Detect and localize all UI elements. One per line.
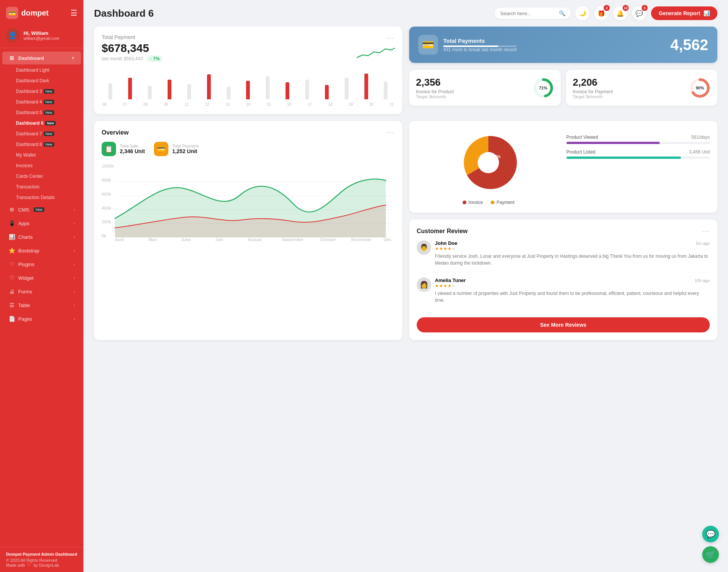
product-listed-progress — [566, 157, 710, 159]
sidebar-item-plugins[interactable]: ♡ Plugins › — [2, 258, 81, 271]
svg-text:200k: 200k — [102, 220, 111, 224]
moon-icon: 🌙 — [579, 10, 586, 17]
sidebar-item-transaction-details[interactable]: Transaction Details — [2, 192, 81, 203]
bar-11 — [187, 84, 191, 99]
sidebar-item-dashboard-5[interactable]: Dashboard 5 New — [2, 107, 81, 118]
invoice-row: 2,356 Invoice for Product Target 3k/mont… — [409, 70, 717, 106]
svg-text:June: June — [181, 238, 191, 241]
hamburger-button[interactable]: ☰ — [71, 8, 77, 17]
see-more-reviews-button[interactable]: See More Reviews — [417, 317, 710, 332]
sidebar-logo[interactable]: 💳 dompet — [6, 7, 49, 19]
bar-group-08 — [141, 86, 159, 99]
sidebar-item-dashboard-3[interactable]: Dashboard 3 New — [2, 86, 81, 97]
sidebar-item-dashboard[interactable]: ⊞ Dashboard ▼ — [2, 52, 81, 64]
bar-label-21: 21 — [390, 102, 394, 107]
svg-text:800k: 800k — [102, 178, 111, 182]
reviewer-2-content: Amelia Tuner 10h ago ★★★★★ I viewed a nu… — [435, 277, 710, 304]
trend-pct: 7% — [153, 56, 160, 61]
invoice-payment-count: 2,206 — [573, 77, 613, 88]
sidebar-item-cms[interactable]: ⚙ CMS New › — [2, 203, 81, 216]
total-payment-stat-icon: 💳 — [154, 142, 168, 156]
sidebar-item-dashboard-light[interactable]: Dashboard Light — [2, 65, 81, 75]
review-menu-button[interactable]: ··· — [702, 227, 710, 235]
sidebar-item-dashboard-4[interactable]: Dashboard 4 New — [2, 97, 81, 107]
bar-group-18 — [318, 85, 336, 99]
sparkline-chart — [357, 44, 395, 60]
svg-text:Dec.: Dec. — [383, 238, 392, 241]
bar-label-20: 20 — [369, 102, 373, 107]
sidebar-item-transaction[interactable]: Transaction — [2, 182, 81, 192]
svg-text:400k: 400k — [102, 206, 111, 210]
sidebar-item-dashboard-6[interactable]: Dashboard 6 New — [2, 118, 81, 129]
sidebar-item-widget[interactable]: ♡ Widget › — [2, 271, 81, 284]
bar-13 — [227, 87, 231, 99]
sidebar-item-pages[interactable]: 📄 Pages › — [2, 312, 81, 325]
sidebar-user: 👤 Hi, William william@gmail.com — [0, 24, 83, 48]
sidebar-item-apps[interactable]: 📱 Apps › — [2, 217, 81, 230]
chat-button[interactable]: 💬 5 — [632, 6, 646, 20]
sidebar-item-bootstrap[interactable]: ⭐ Bootstrap › — [2, 244, 81, 257]
bar-label-19: 19 — [349, 102, 353, 107]
product-listed-header: Product Listed 3,456 Unit — [566, 149, 710, 155]
sidebar-item-forms[interactable]: 🖨 Forms › — [2, 285, 81, 298]
sidebar-item-dashboard-dark[interactable]: Dashboard Dark — [2, 75, 81, 86]
bar-label-08: 08 — [143, 102, 147, 107]
chevron-right-icon: › — [74, 289, 75, 294]
right-column: 💳 Total Payments 431 more to break last … — [409, 27, 717, 114]
new-badge: New — [44, 100, 54, 104]
see-more-label: See More Reviews — [540, 322, 586, 328]
gift-button[interactable]: 🎁 2 — [594, 6, 609, 20]
invoice-product-pct: 71% — [539, 86, 547, 90]
svg-text:November: November — [351, 238, 372, 241]
topbar-right: 🔍 🌙 🎁 2 🔔 12 💬 5 Generate Report 📊 — [495, 6, 717, 20]
bar-07 — [128, 78, 132, 99]
bell-icon: 🔔 — [617, 10, 624, 17]
heart-icon: ❤️ — [27, 563, 32, 567]
notification-button[interactable]: 🔔 12 — [613, 6, 628, 20]
theme-toggle-button[interactable]: 🌙 — [575, 6, 590, 20]
card-menu-button[interactable]: ··· — [387, 34, 395, 42]
chevron-right-icon: › — [74, 248, 75, 253]
blue-card-title: Total Payments — [443, 38, 516, 44]
total-sale-icon: 📋 — [102, 142, 116, 156]
reviewer-2-avatar: 👩 — [417, 277, 431, 292]
invoice-payment-pct: 90% — [696, 86, 704, 90]
overview-menu-button[interactable]: ··· — [387, 129, 395, 136]
bar-group-21 — [377, 81, 395, 99]
reviewer-2-stars: ★★★★★ — [435, 283, 710, 288]
cart-float-button[interactable]: 🛒 — [702, 546, 719, 563]
bar-chart: 060708091112131415161718192021 — [102, 69, 395, 107]
user-info: Hi, William william@gmail.com — [24, 30, 59, 41]
search-input[interactable] — [500, 11, 556, 16]
blue-card-value: 4,562 — [670, 36, 708, 53]
overview-header: Overview ··· — [102, 129, 395, 136]
bar-label-06: 06 — [102, 102, 107, 107]
blue-card-info: Total Payments 431 more to break last mo… — [443, 38, 516, 52]
cms-icon: ⚙ — [8, 207, 15, 213]
bar-20 — [364, 74, 368, 99]
generate-report-button[interactable]: Generate Report 📊 — [651, 6, 717, 20]
sidebar-item-my-wallet[interactable]: My Wallet — [2, 150, 81, 160]
product-viewed-label: Product Viewed — [566, 135, 598, 140]
new-badge: New — [44, 142, 54, 147]
sidebar-item-table[interactable]: ☰ Table › — [2, 299, 81, 312]
svg-text:September: September — [282, 238, 304, 241]
bar-group-06 — [102, 83, 119, 100]
apps-icon: 📱 — [8, 220, 15, 226]
bar-17 — [305, 80, 309, 99]
bar-label-12: 12 — [205, 102, 209, 107]
bar-group-11 — [180, 84, 198, 99]
main-content: Dashboard 6 🔍 🌙 🎁 2 🔔 12 💬 5 Gen — [83, 0, 728, 572]
chat-float-button[interactable]: 💬 — [702, 526, 719, 542]
invoice-dot — [463, 201, 466, 204]
bar-label-14: 14 — [246, 102, 250, 107]
bar-08 — [148, 86, 152, 99]
sidebar-item-invoices[interactable]: Invoices — [2, 160, 81, 171]
sidebar-item-charts[interactable]: 📊 Charts › — [2, 230, 81, 243]
total-payment-stat: 💳 Total Payment 1,252 Unit — [154, 142, 199, 156]
sidebar-item-cards-center[interactable]: Cards Center — [2, 171, 81, 182]
sidebar-item-dashboard-7[interactable]: Dashboard 7 New — [2, 129, 81, 139]
sidebar-item-dashboard-8[interactable]: Dashboard 8 New — [2, 139, 81, 150]
invoice-payment-label: Invoice for Payment — [573, 89, 613, 94]
bar-group-07 — [121, 78, 139, 99]
